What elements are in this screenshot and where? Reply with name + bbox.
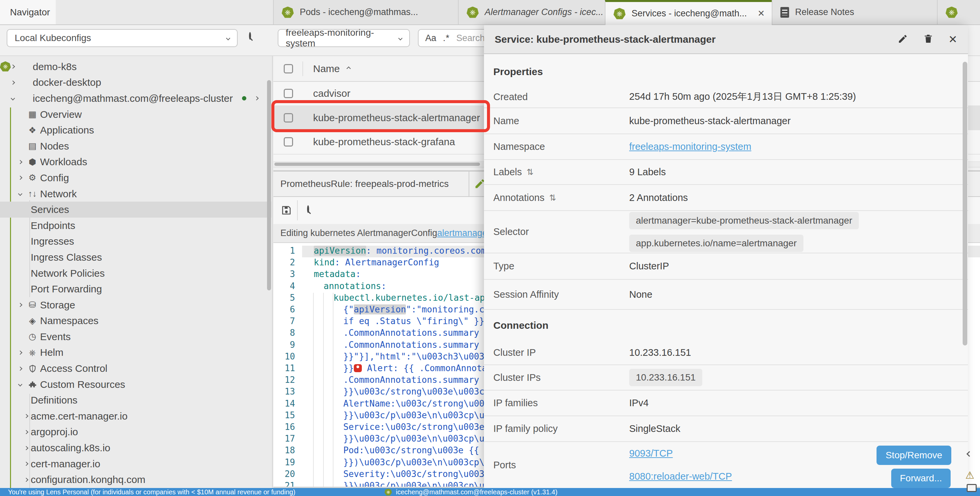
chevron-right-icon[interactable] bbox=[24, 414, 29, 418]
sidebar-item-storage[interactable]: ⛁Storage bbox=[0, 297, 271, 313]
sidebar-item-applications[interactable]: ❖Applications bbox=[0, 122, 271, 138]
namespace-select[interactable]: freeleaps-monitoring-system bbox=[278, 29, 410, 47]
port-link[interactable]: 8080:reloader-web/TCP bbox=[629, 471, 732, 482]
collapse-panel-icon[interactable] bbox=[967, 451, 971, 457]
match-case-icon[interactable]: Aa bbox=[425, 33, 436, 43]
drawer-scrollbar[interactable] bbox=[963, 62, 967, 345]
editor-search-icon[interactable] bbox=[307, 206, 309, 212]
chevron-right-icon[interactable] bbox=[18, 350, 22, 355]
chevron-slot bbox=[15, 192, 25, 195]
kubeconfig-select[interactable]: Local Kubeconfigs bbox=[7, 29, 238, 47]
chevron-right-icon[interactable] bbox=[11, 64, 15, 69]
chevron-right-icon[interactable] bbox=[24, 478, 29, 482]
edit-service-icon[interactable] bbox=[897, 33, 908, 45]
banner-resource-link[interactable]: alertmanager bbox=[437, 228, 490, 238]
kubernetes-icon: ⎈ bbox=[946, 7, 958, 18]
tabbar-spacer bbox=[56, 0, 273, 24]
sidebar-scrollbar[interactable] bbox=[267, 80, 271, 290]
chevron-right-icon[interactable] bbox=[24, 462, 29, 466]
sidebar-item-argoproj-io[interactable]: argoproj.io bbox=[0, 424, 271, 440]
chevron-right-icon[interactable] bbox=[24, 446, 29, 450]
terminal-icon[interactable] bbox=[967, 484, 977, 492]
sidebar-search-icon[interactable] bbox=[249, 33, 251, 39]
sort-toggle-icon[interactable]: ⇅ bbox=[527, 167, 533, 177]
chevron-right-icon[interactable] bbox=[24, 430, 29, 434]
sidebar-item-nodes[interactable]: ▤Nodes bbox=[0, 138, 271, 154]
sidebar-item-demo-k8s[interactable]: ⎈demo-k8s bbox=[0, 59, 271, 75]
sidebar-item-network-policies[interactable]: Network Policies bbox=[0, 265, 271, 281]
sidebar-item-endpoints[interactable]: Endpoints bbox=[0, 218, 271, 234]
sidebar-item-custom-resources[interactable]: Custom Resources bbox=[0, 377, 271, 393]
value-text: 9 Labels bbox=[629, 167, 666, 178]
line-number: 8 bbox=[274, 328, 295, 338]
namespace-link[interactable]: freeleaps-monitoring-system bbox=[629, 141, 751, 152]
regex-icon[interactable]: .* bbox=[443, 33, 450, 43]
line-number: 15 bbox=[274, 410, 295, 420]
chevron-slot bbox=[15, 304, 25, 307]
sidebar-item-ingresses[interactable]: Ingresses bbox=[0, 234, 271, 250]
row-checkbox[interactable] bbox=[284, 89, 293, 98]
tab-clipped[interactable]: ⎈ bbox=[937, 0, 980, 24]
tab-bar: Navigator ⎈Pods - icecheng@mathmas...⎈Al… bbox=[0, 0, 980, 25]
sidebar-item-namespaces[interactable]: ◈Namespaces bbox=[0, 313, 271, 329]
chevron-right-icon[interactable] bbox=[18, 176, 22, 180]
sidebar-item-docker-desktop[interactable]: ⎈docker-desktop bbox=[0, 75, 271, 91]
port-link[interactable]: 9093/TCP bbox=[629, 448, 673, 459]
sidebar-item-autoscaling-k8s-io[interactable]: autoscaling.k8s.io bbox=[0, 440, 271, 456]
chevron-right-icon[interactable] bbox=[18, 160, 22, 164]
drawer-row-value: kube-prometheus-stack-alertmanager bbox=[629, 108, 968, 134]
warning-icon[interactable]: ⚠ bbox=[965, 469, 974, 481]
line-number: 12 bbox=[274, 375, 295, 385]
forward-button[interactable]: Forward... bbox=[891, 469, 951, 488]
line-number: 7 bbox=[274, 316, 295, 326]
sidebar-item-definitions[interactable]: Definitions bbox=[0, 392, 271, 408]
value-chip: alertmanager=kube-prometheus-stack-alert… bbox=[629, 212, 859, 229]
chevron-down-icon[interactable] bbox=[11, 97, 15, 101]
drawer-row-created: Created254d 17h 50m ago (2025年1月13日 GMT+… bbox=[484, 86, 968, 108]
tab-pods[interactable]: ⎈Pods - icecheng@mathmas... bbox=[273, 0, 458, 24]
port-entry: 8080:reloader-web/TCPForward... bbox=[629, 465, 968, 488]
sidebar-item-events[interactable]: ◷Events bbox=[0, 329, 271, 345]
drawer-row-annotations: Annotations⇅2 Annotations bbox=[484, 185, 968, 211]
sidebar-item-overview[interactable]: ▦Overview bbox=[0, 107, 271, 122]
chevron-right-icon[interactable] bbox=[18, 367, 22, 371]
events-icon: ◷ bbox=[25, 331, 40, 342]
delete-service-icon[interactable] bbox=[923, 33, 934, 45]
chevron-right-icon[interactable] bbox=[255, 97, 259, 101]
column-header-name[interactable]: Name bbox=[313, 63, 350, 75]
tab-alertmanager-configs[interactable]: ⎈Alertmanager Configs - icec... bbox=[458, 0, 605, 24]
drawer-row-label: IP families bbox=[484, 391, 629, 416]
stop-remove-button[interactable]: Stop/Remove bbox=[877, 445, 951, 465]
sidebar-item-workloads[interactable]: ⬢Workloads bbox=[0, 154, 271, 170]
sidebar-item-label: Workloads bbox=[40, 156, 87, 168]
sidebar-item-acme-cert-manager-io[interactable]: acme.cert-manager.io bbox=[0, 408, 271, 424]
puzzle-icon bbox=[25, 380, 40, 389]
sidebar-item-ingress-classes[interactable]: Ingress Classes bbox=[0, 250, 271, 265]
sidebar-item-icecheng-mathmast-com-freeleaps-cluster[interactable]: ⎈icecheng@mathmast.com@freeleaps-cluster bbox=[0, 91, 271, 107]
chevron-right-icon[interactable] bbox=[11, 80, 15, 85]
row-checkbox[interactable] bbox=[284, 137, 293, 146]
code-text: annotations: bbox=[324, 281, 387, 291]
sidebar-item-configuration-konghq-com[interactable]: configuration.konghq.com bbox=[0, 472, 271, 488]
value-chip: app.kubernetes.io/name=alertmanager bbox=[629, 235, 803, 252]
sidebar-item-label: Namespaces bbox=[40, 315, 99, 326]
sidebar-item-cert-manager-io[interactable]: cert-manager.io bbox=[0, 456, 271, 472]
select-all-checkbox[interactable] bbox=[284, 64, 293, 73]
sidebar-item-helm[interactable]: ⎈Helm bbox=[0, 345, 271, 361]
license-text: You're using Lens Personal (for individu… bbox=[8, 488, 295, 496]
tab-services[interactable]: ⎈Services - icecheng@math...✕ bbox=[605, 0, 772, 25]
chevron-down-icon[interactable] bbox=[18, 382, 22, 386]
sort-toggle-icon[interactable]: ⇅ bbox=[549, 193, 556, 203]
sidebar-item-services[interactable]: Services bbox=[0, 202, 271, 218]
save-icon[interactable] bbox=[280, 204, 293, 218]
sidebar-item-access-control[interactable]: Access Control bbox=[0, 361, 271, 377]
close-tab-icon[interactable]: ✕ bbox=[758, 8, 765, 19]
sidebar-item-network[interactable]: ↑↓Network bbox=[0, 186, 271, 202]
sidebar-item-config[interactable]: ⚙Config bbox=[0, 170, 271, 186]
label-text: Ports bbox=[493, 459, 516, 471]
tab-release-notes[interactable]: Release Notes bbox=[772, 0, 937, 24]
chevron-down-icon[interactable] bbox=[18, 192, 22, 196]
sidebar-item-port-forwarding[interactable]: Port Forwarding bbox=[0, 281, 271, 297]
chevron-right-icon[interactable] bbox=[18, 303, 22, 307]
close-drawer-icon[interactable]: ✕ bbox=[948, 33, 957, 46]
